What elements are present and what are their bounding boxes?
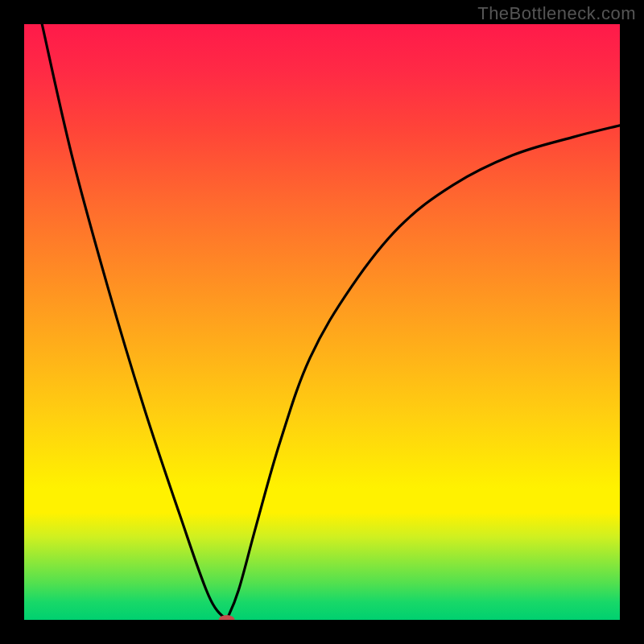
curve-left-branch bbox=[42, 24, 226, 620]
chart-frame: TheBottleneck.com bbox=[0, 0, 644, 644]
watermark-text: TheBottleneck.com bbox=[477, 3, 636, 24]
curve-right-branch bbox=[227, 126, 620, 620]
plot-area bbox=[24, 24, 620, 620]
curve-layer bbox=[24, 24, 620, 620]
